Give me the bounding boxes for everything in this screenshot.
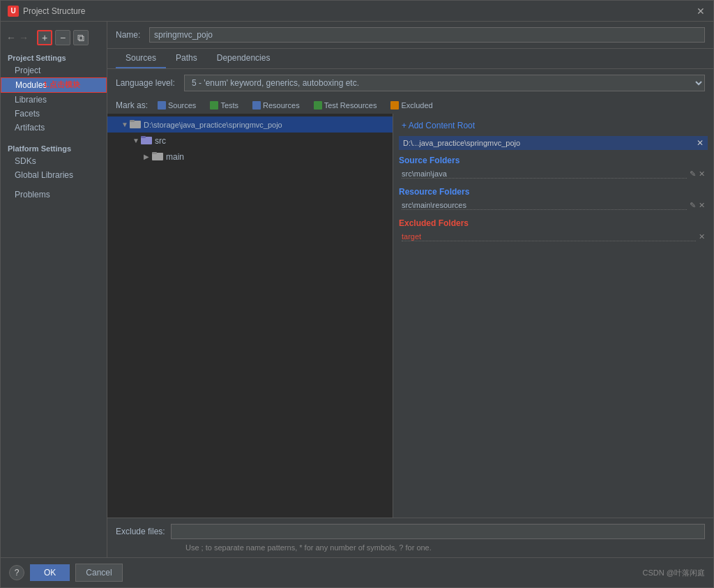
resource-folder-edit-button[interactable]: ✎ (690, 201, 696, 210)
tests-icon (210, 101, 218, 110)
bottom-row: Exclude files: Use ; to separate name pa… (107, 518, 713, 557)
mark-tests-button[interactable]: Tests (206, 100, 243, 111)
title-bar: U Project Structure ✕ (1, 1, 713, 22)
sources-icon (158, 101, 166, 110)
svg-rect-5 (152, 152, 157, 154)
tab-paths[interactable]: Paths (166, 49, 207, 68)
resources-icon (252, 101, 261, 110)
sidebar-item-libraries[interactable]: Libraries (1, 93, 107, 107)
module-name-row: Name: (107, 22, 713, 49)
excluded-folder-actions: ✕ (699, 232, 705, 241)
excluded-folders-title: Excluded Folders (399, 218, 708, 228)
sidebar-item-facets[interactable]: Facets (1, 107, 107, 121)
tree-root-path: D:\storage\java_practice\springmvc_pojo (144, 121, 282, 129)
ok-button[interactable]: OK (30, 564, 70, 581)
excluded-folder-entry: target ✕ (399, 231, 708, 243)
sidebar-item-artifacts[interactable]: Artifacts (1, 121, 107, 135)
dialog-footer: ? OK Cancel CSDN @叶落闲庭 (1, 557, 713, 587)
name-label: Name: (116, 30, 144, 40)
source-folder-remove-button[interactable]: ✕ (699, 169, 705, 179)
src-folder-icon (141, 134, 152, 147)
tab-dependencies[interactable]: Dependencies (207, 49, 280, 68)
help-button[interactable]: ? (9, 565, 24, 580)
svg-rect-3 (141, 136, 146, 138)
exclude-files-label: Exclude files: (116, 527, 165, 536)
remove-module-button[interactable]: − (55, 30, 70, 45)
excluded-icon (390, 101, 399, 110)
source-folder-edit-button[interactable]: ✎ (690, 169, 696, 179)
exclude-files-input[interactable] (171, 524, 705, 539)
content-root-header: D:\...java_practice\springmvc_pojo ✕ (399, 136, 708, 150)
exclude-files-row: Exclude files: (116, 524, 705, 539)
copy-module-button[interactable]: ⧉ (73, 30, 89, 45)
source-folders-title: Source Folders (399, 156, 708, 165)
watermark: CSDN @叶落闲庭 (643, 568, 705, 578)
mark-sources-button[interactable]: Sources (153, 100, 200, 111)
sidebar-item-project[interactable]: Project (1, 63, 107, 77)
project-settings-header: Project Settings (1, 50, 107, 63)
mark-as-label: Mark as: (116, 100, 148, 110)
sidebar-item-global-libraries[interactable]: Global Libraries (1, 168, 107, 182)
resource-folders-title: Resource Folders (399, 187, 708, 197)
close-button[interactable]: ✕ (695, 6, 706, 17)
source-folder-actions: ✎ ✕ (690, 169, 705, 179)
step1-annotation: 1.点击模块 (43, 80, 80, 90)
source-folder-entry: src\main\java ✎ ✕ (399, 168, 708, 180)
excluded-folders-section: Excluded Folders target ✕ (399, 218, 708, 243)
platform-settings-header: Platform Settings (1, 140, 107, 154)
language-level-label: Language level: (116, 78, 178, 88)
main-folder-icon (152, 150, 163, 163)
content-root-close-button[interactable]: ✕ (697, 138, 704, 148)
source-folders-section: Source Folders src\main\java ✎ ✕ (399, 156, 708, 180)
resource-folder-path: src\main\resources (402, 201, 687, 210)
app-icon: U (8, 6, 19, 17)
split-panel: ▼ D:\storage\java_practice\springmvc_poj… (107, 114, 713, 518)
mark-excluded-button[interactable]: Excluded (386, 100, 436, 111)
sidebar: ← → + 2.点击"+"创建新模块 − ⧉ Project Settings … (1, 22, 107, 557)
dialog-title: Project Structure (23, 6, 695, 16)
tabs-row: Sources Paths Dependencies (107, 49, 713, 69)
tree-main-label: main (166, 152, 184, 162)
add-module-button[interactable]: + 2.点击"+"创建新模块 (37, 30, 52, 45)
excluded-folder-path: target (402, 232, 696, 241)
excluded-folder-remove-button[interactable]: ✕ (699, 232, 705, 241)
mark-resources-button[interactable]: Resources (248, 100, 304, 111)
tab-sources[interactable]: Sources (116, 49, 166, 68)
file-tree-panel: ▼ D:\storage\java_practice\springmvc_poj… (107, 114, 393, 518)
module-name-input[interactable] (149, 27, 705, 43)
nav-forward-button[interactable]: → (19, 32, 29, 43)
resource-folder-remove-button[interactable]: ✕ (699, 201, 705, 210)
tree-root-item[interactable]: ▼ D:\storage\java_practice\springmvc_poj… (107, 116, 393, 133)
exclude-files-hint: Use ; to separate name patterns, * for a… (116, 543, 705, 552)
sidebar-item-problems[interactable]: Problems (1, 188, 107, 202)
language-level-row: Language level: 5 - 'enum' keyword, gene… (107, 69, 713, 97)
tree-item-src[interactable]: ▼ src (107, 133, 393, 149)
source-folder-path: src\main\java (402, 169, 687, 179)
tree-item-main[interactable]: ▶ main (107, 149, 393, 165)
content-root-path: D:\...java_practice\springmvc_pojo (403, 139, 520, 147)
resource-folders-section: Resource Folders src\main\resources ✎ ✕ (399, 187, 708, 211)
language-level-select[interactable]: 5 - 'enum' keyword, generics, autoboxing… (184, 75, 705, 91)
sidebar-item-modules[interactable]: Modules 1.点击模块 (1, 77, 107, 93)
resource-folder-entry: src\main\resources ✎ ✕ (399, 199, 708, 211)
tab-content: Language level: 5 - 'enum' keyword, gene… (107, 69, 713, 557)
add-content-root-button[interactable]: + Add Content Root (399, 119, 708, 132)
folder-icon (130, 118, 141, 131)
svg-rect-1 (130, 120, 135, 122)
project-structure-dialog: U Project Structure ✕ ← → + 2.点击"+"创建新模块… (0, 0, 714, 588)
dialog-body: ← → + 2.点击"+"创建新模块 − ⧉ Project Settings … (1, 22, 713, 557)
right-panel: + Add Content Root D:\...java_practice\s… (393, 114, 713, 518)
mark-as-row: Mark as: Sources Tests Resources (107, 97, 713, 114)
mark-test-resources-button[interactable]: Test Resources (310, 100, 381, 111)
sidebar-item-sdks[interactable]: SDKs (1, 154, 107, 168)
nav-back-button[interactable]: ← (6, 32, 16, 43)
resource-folder-actions: ✎ ✕ (690, 201, 705, 210)
test-resources-icon (314, 101, 322, 110)
cancel-button[interactable]: Cancel (75, 564, 122, 582)
tree-src-label: src (155, 136, 166, 146)
